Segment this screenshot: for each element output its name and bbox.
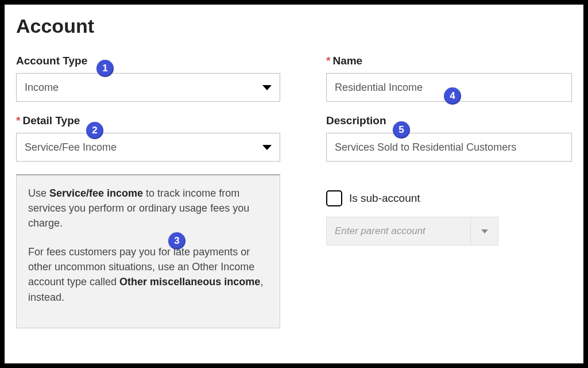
sub-account-checkbox[interactable]: [326, 190, 342, 206]
detail-type-info: Use Service/fee income to track income f…: [16, 174, 280, 328]
annotation-badge-2: 2: [86, 122, 103, 139]
annotation-badge-5: 5: [393, 121, 410, 139]
detail-type-label: * Detail Type: [16, 114, 280, 127]
annotation-badge-1: 1: [96, 60, 114, 77]
description-label: Description: [326, 114, 572, 127]
parent-account-select[interactable]: Enter parent account: [326, 217, 498, 246]
chevron-down-icon: [481, 229, 488, 233]
account-type-value: Income: [25, 82, 59, 94]
description-input[interactable]: Services Sold to Residential Customers: [326, 133, 572, 162]
account-type-label: Account Type: [16, 55, 280, 67]
parent-account-placeholder: Enter parent account: [327, 217, 470, 245]
annotation-badge-3: 3: [168, 232, 185, 250]
parent-account-dropdown-toggle[interactable]: [470, 217, 498, 245]
annotation-badge-4: 4: [444, 87, 461, 105]
detail-type-value: Service/Fee Income: [25, 141, 117, 154]
sub-account-label: Is sub-account: [349, 192, 420, 205]
page-title: Account: [16, 15, 572, 37]
chevron-down-icon: [262, 145, 272, 150]
detail-type-select[interactable]: Service/Fee Income: [16, 133, 280, 162]
account-type-select[interactable]: Income: [16, 73, 280, 102]
description-value: Services Sold to Residential Customers: [335, 141, 516, 154]
name-value: Residential Income: [335, 82, 423, 94]
chevron-down-icon: [262, 85, 272, 90]
required-asterisk: *: [326, 55, 330, 67]
scrollbar[interactable]: [275, 178, 277, 180]
required-asterisk: *: [16, 114, 20, 127]
name-label: * Name: [326, 55, 572, 67]
